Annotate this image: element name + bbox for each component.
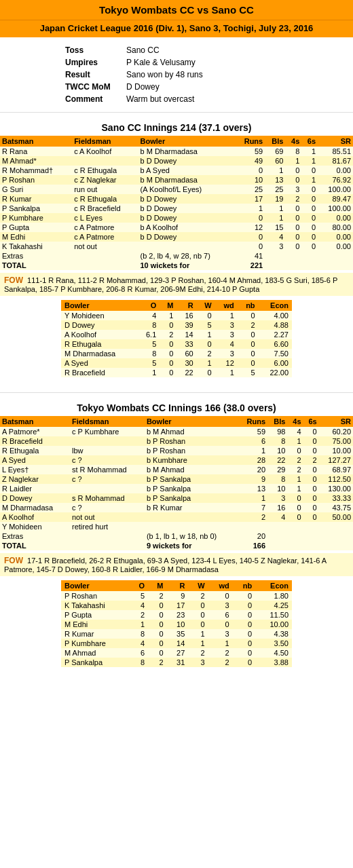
tokyo-innings-title: Tokyo Wombats CC Innings 166 (38.0 overs… [0,402,353,413]
sano-innings-table: BatsmanFieldsmanBowlerRunsBls4s6sSR R Ra… [0,136,353,270]
sano-innings-title: Sano CC Innings 214 (37.1 overs) [0,122,353,133]
tokyo-innings-table: BatsmanFieldsmanBowlerRunsBls4s6sSR A Pa… [0,416,353,550]
sano-fow: FOW 111-1 R Rana, 111-2 R Mohammad, 129-… [0,273,353,296]
header-title: Tokyo Wombats CC vs Sano CC [0,0,353,20]
sano-bowling-table: BowlerOMRWwdnbEcon Y Mohideen41160104.00… [61,300,292,377]
header-subtitle: Japan Cricket League 2016 (Div. 1), Sano… [0,20,353,37]
match-info: TossSano CCUmpiresP Kale & VelusamyResul… [61,44,292,105]
tokyo-bowling-table: BowlerOMRWwdnbEcon P Roshan5292001.80K T… [61,580,292,667]
tokyo-fow: FOW 17-1 R Bracefield, 26-2 R Ethugala, … [0,553,353,576]
